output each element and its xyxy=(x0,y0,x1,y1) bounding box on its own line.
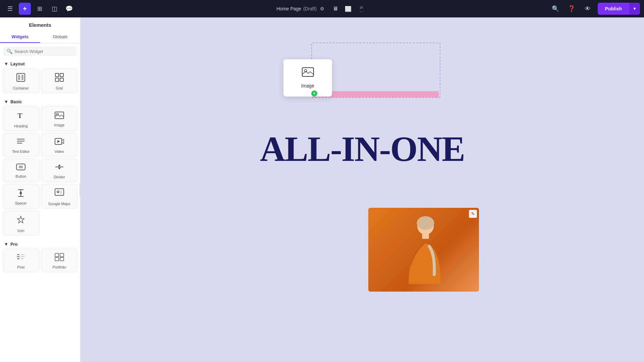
add-button[interactable]: + xyxy=(19,3,31,15)
tab-widgets[interactable]: Widgets xyxy=(0,31,40,43)
tablet-view-button[interactable]: ⬜ xyxy=(342,4,354,13)
desktop-view-button[interactable]: 🖥 xyxy=(330,4,341,13)
preview-button[interactable]: 👁 xyxy=(582,3,594,15)
help-button[interactable]: ❓ xyxy=(566,3,578,15)
widget-text-editor[interactable]: Text Editor xyxy=(3,133,39,157)
widget-grid[interactable]: Grid xyxy=(41,68,78,93)
section-basic-arrow: ▼ xyxy=(4,99,8,104)
topbar-right: 🔍 ❓ 👁 Publish ▼ xyxy=(549,3,640,15)
svg-rect-25 xyxy=(55,189,64,195)
publish-button[interactable]: Publish xyxy=(598,3,630,15)
page-name: Home Page xyxy=(276,6,301,11)
svg-marker-18 xyxy=(58,164,61,166)
page-settings-button[interactable]: ⚙ xyxy=(319,5,326,12)
drop-zone-dot: + xyxy=(311,90,317,97)
pro-widgets-grid: Post Portfolio xyxy=(0,249,80,275)
search-top-icon: 🔍 xyxy=(552,5,559,12)
icon-widget-icon xyxy=(16,215,25,227)
drag-tooltip-icon xyxy=(302,67,314,80)
svg-rect-0 xyxy=(17,73,25,81)
video-label: Video xyxy=(55,149,64,154)
canvas[interactable]: Image + ALL-IN-ONE xyxy=(80,17,644,362)
widget-google-maps[interactable]: Google Maps xyxy=(41,184,78,209)
workspace: Elements Widgets Globals 🔍 ▼ Layout Cont… xyxy=(0,17,644,362)
button-label: Button xyxy=(15,174,26,178)
image-icon xyxy=(55,112,64,121)
video-icon xyxy=(55,137,64,147)
icon-label: Icon xyxy=(17,229,24,233)
svg-point-40 xyxy=(417,216,434,230)
comments-button[interactable]: 💬 xyxy=(63,3,75,15)
svg-rect-3 xyxy=(55,73,59,77)
section-basic-header[interactable]: ▼ Basic xyxy=(0,96,80,106)
search-icon: 🔍 xyxy=(7,49,12,54)
svg-rect-4 xyxy=(60,73,63,77)
google-maps-icon xyxy=(55,188,64,200)
portfolio-label: Portfolio xyxy=(53,265,66,269)
svg-rect-8 xyxy=(55,112,64,119)
widget-image[interactable]: Image xyxy=(41,106,78,131)
google-maps-label: Google Maps xyxy=(48,202,70,206)
publish-dropdown-button[interactable]: ▼ xyxy=(629,3,640,15)
widget-portfolio[interactable]: Portfolio xyxy=(41,249,78,272)
svg-marker-14 xyxy=(57,140,60,143)
widget-video[interactable]: Video xyxy=(41,133,78,157)
search-top-button[interactable]: 🔍 xyxy=(549,3,561,15)
svg-rect-1 xyxy=(18,75,20,80)
widget-divider[interactable]: Divider xyxy=(41,159,78,182)
svg-rect-6 xyxy=(60,78,63,81)
section-pro-header[interactable]: ▼ Pro xyxy=(0,238,80,249)
svg-marker-24 xyxy=(19,193,22,195)
add-icon: + xyxy=(23,5,27,13)
sidebar-title: Elements xyxy=(0,17,80,31)
page-title: Home Page (Draft) ⚙ xyxy=(276,5,326,12)
page-status: (Draft) xyxy=(303,6,317,11)
sidebar: Elements Widgets Globals 🔍 ▼ Layout Cont… xyxy=(0,17,80,362)
button-icon xyxy=(16,164,25,172)
container-label: Container xyxy=(13,86,29,90)
divider-label: Divider xyxy=(54,175,65,179)
drag-tooltip: Image xyxy=(283,59,332,97)
tab-globals[interactable]: Globals xyxy=(40,31,80,43)
section-layout-header[interactable]: ▼ Layout xyxy=(0,58,80,68)
layers-button[interactable]: ◫ xyxy=(48,3,60,15)
grid-label: Grid xyxy=(56,86,63,90)
canvas-big-text: ALL-IN-ONE xyxy=(260,131,465,167)
svg-rect-2 xyxy=(21,75,23,80)
widget-container[interactable]: Container xyxy=(3,68,39,93)
svg-rect-36 xyxy=(60,257,64,261)
svg-rect-5 xyxy=(55,78,59,81)
structure-button[interactable]: ⊞ xyxy=(34,3,46,15)
widget-post[interactable]: Post xyxy=(3,249,39,272)
widget-spacer[interactable]: Spacer xyxy=(3,184,39,209)
mobile-view-button[interactable]: 📱 xyxy=(356,4,368,13)
widget-icon[interactable]: Icon xyxy=(3,211,39,236)
logo-button[interactable]: ☰ xyxy=(4,3,16,15)
text-editor-label: Text Editor xyxy=(12,149,30,154)
layout-widgets-grid: Container Grid xyxy=(0,68,80,96)
topbar-left: ☰ + ⊞ ◫ 💬 xyxy=(4,3,75,15)
search-input[interactable] xyxy=(14,49,73,54)
widget-heading[interactable]: T Heading xyxy=(3,106,39,131)
divider-icon xyxy=(55,163,64,173)
svg-rect-34 xyxy=(60,253,64,257)
post-label: Post xyxy=(17,265,24,269)
device-switcher: 🖥 ⬜ 📱 xyxy=(330,4,368,13)
grid-icon xyxy=(55,73,64,84)
heading-label: Heading xyxy=(14,124,28,128)
structure-icon: ⊞ xyxy=(37,5,42,12)
section-layout-arrow: ▼ xyxy=(4,61,8,66)
logo-icon: ☰ xyxy=(7,5,13,12)
svg-marker-19 xyxy=(58,168,61,170)
sidebar-tabs: Widgets Globals xyxy=(0,31,80,43)
help-icon: ❓ xyxy=(568,5,575,12)
svg-rect-37 xyxy=(302,68,314,76)
layers-icon: ◫ xyxy=(52,5,57,12)
widget-button[interactable]: Button xyxy=(3,159,39,182)
image-edit-icon: ✎ xyxy=(471,212,475,216)
portfolio-icon xyxy=(55,253,64,263)
canvas-image[interactable]: ✎ xyxy=(368,208,479,292)
publish-dropdown-icon: ▼ xyxy=(633,6,637,11)
image-edit-button[interactable]: ✎ xyxy=(469,210,477,218)
svg-rect-41 xyxy=(422,233,429,239)
